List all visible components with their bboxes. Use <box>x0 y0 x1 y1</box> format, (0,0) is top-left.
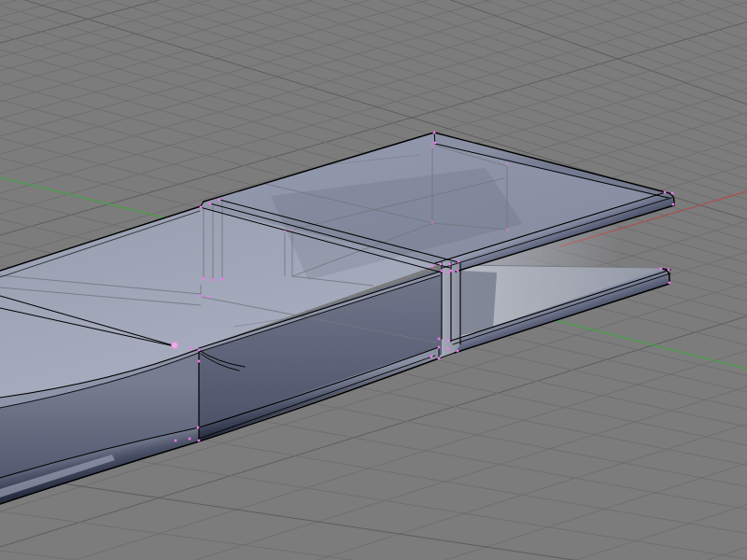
mesh-vertex[interactable] <box>190 347 193 350</box>
mesh-vertex[interactable] <box>200 206 203 209</box>
blender-3d-view-canvas[interactable] <box>0 0 747 560</box>
mesh-vertex[interactable] <box>189 438 191 441</box>
mesh-vertex-occluded[interactable] <box>431 221 434 224</box>
mesh-vertex[interactable] <box>209 203 212 205</box>
mesh-vertex[interactable] <box>203 277 205 280</box>
mesh-vertex[interactable] <box>198 360 201 363</box>
mesh-vertex-occluded[interactable] <box>291 229 294 231</box>
mesh-vertex[interactable] <box>447 272 450 274</box>
viewport-3d[interactable] <box>0 0 747 560</box>
gap-shade <box>458 271 497 336</box>
mesh-vertex[interactable] <box>458 260 460 263</box>
mesh-vertex[interactable] <box>207 296 210 299</box>
mesh-vertex[interactable] <box>438 357 441 360</box>
mesh-vertex[interactable] <box>450 270 453 273</box>
mesh-vertex[interactable] <box>221 278 224 281</box>
mesh-vertex[interactable] <box>440 263 443 266</box>
mesh-vertex[interactable] <box>441 270 444 273</box>
mesh-vertex[interactable] <box>438 346 441 349</box>
mesh-vertex[interactable] <box>433 132 436 134</box>
mesh-vertex[interactable] <box>430 356 433 358</box>
mesh-vertex[interactable] <box>438 338 441 341</box>
mesh-vertex[interactable] <box>431 265 434 268</box>
mesh-vertex[interactable] <box>660 268 663 271</box>
mesh-vertex[interactable] <box>197 427 200 429</box>
mesh-vertex[interactable] <box>200 295 203 298</box>
mesh-vertex[interactable] <box>447 340 450 343</box>
mesh-vertex-occluded[interactable] <box>431 146 434 148</box>
mesh-vertex-occluded[interactable] <box>284 231 287 233</box>
mesh-vertex-occluded[interactable] <box>506 163 509 166</box>
mesh-vertex[interactable] <box>671 192 674 195</box>
mesh-vertex[interactable] <box>664 191 667 194</box>
mesh-vertex[interactable] <box>198 440 201 442</box>
mesh-vertex[interactable] <box>457 270 459 273</box>
mesh-vertex[interactable] <box>457 350 459 353</box>
mesh-vertex-occluded[interactable] <box>506 229 509 231</box>
mesh-vertex[interactable] <box>175 440 177 442</box>
mesh-vertex[interactable] <box>447 348 450 351</box>
mesh-vertex[interactable] <box>668 269 670 272</box>
mesh-vertex[interactable] <box>672 203 675 206</box>
mesh-vertex[interactable] <box>434 142 437 145</box>
mesh-vertex[interactable] <box>218 199 221 202</box>
mesh-vertex[interactable] <box>198 349 201 352</box>
mesh-vertex[interactable] <box>669 282 671 285</box>
mesh-vertex[interactable] <box>449 263 452 266</box>
mesh-vertex[interactable] <box>212 279 215 282</box>
active-vertex[interactable] <box>172 343 178 349</box>
